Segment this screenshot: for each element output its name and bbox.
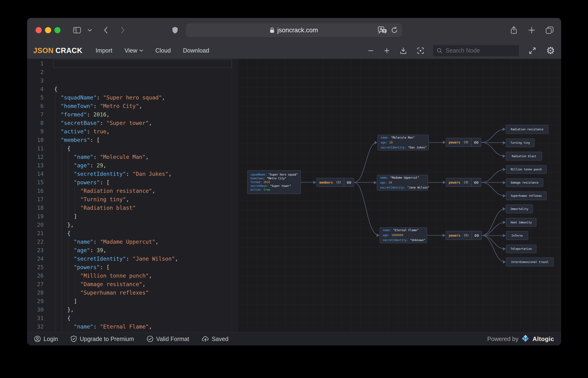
- search-icon: [437, 48, 443, 54]
- code-line[interactable]: "powers": [: [54, 178, 232, 187]
- code-line[interactable]: "secretBase": "Super tower",: [54, 119, 232, 127]
- code-line[interactable]: "members": [: [54, 136, 232, 144]
- svg-text:文: 文: [383, 30, 386, 33]
- json-editor[interactable]: 1234567891011121314151617181920212223242…: [27, 59, 232, 332]
- menu-cloud[interactable]: Cloud: [155, 47, 170, 54]
- shield-check-icon: [71, 336, 77, 342]
- code-line[interactable]: {: [54, 85, 232, 93]
- graph-node-leaf7[interactable]: Immortality: [506, 204, 533, 213]
- chevron-down-icon[interactable]: [86, 18, 93, 42]
- graph-node-leaf9[interactable]: Inferno: [506, 231, 528, 240]
- code-line[interactable]: "name": "Eternal Flame",: [54, 322, 232, 331]
- minimize-window-button[interactable]: [45, 27, 51, 33]
- gear-icon[interactable]: ⚙: [546, 46, 555, 56]
- back-button[interactable]: [102, 18, 110, 42]
- code-line[interactable]: "name": "Molecule Man",: [54, 153, 232, 161]
- code-line[interactable]: "homeTown": "Metro City",: [54, 102, 232, 110]
- expand-link-icon[interactable]: [344, 178, 354, 187]
- code-line[interactable]: "Radiation blast": [54, 204, 232, 212]
- search-node-box[interactable]: [433, 45, 519, 56]
- graph-node-powers2[interactable]: powers(3): [446, 178, 481, 187]
- graph-node-leaf2[interactable]: Turning tiny: [506, 139, 535, 147]
- code-line[interactable]: "secretIdentity": "Dan Jukes",: [54, 170, 232, 178]
- code-line[interactable]: {: [54, 144, 232, 153]
- code-line[interactable]: "Superhuman reflexes": [54, 288, 232, 297]
- code-line[interactable]: "squadName": "Super hero squad",: [54, 93, 232, 102]
- line-number: 31: [27, 314, 44, 322]
- code-line[interactable]: ]: [54, 297, 232, 305]
- code-line[interactable]: "Turning tiny",: [54, 195, 232, 204]
- graph-node-leaf5[interactable]: Damage resistance: [506, 178, 543, 187]
- array-node-count: (3): [464, 181, 469, 184]
- code-line[interactable]: "age": 29,: [54, 161, 232, 170]
- graph-node-eternal[interactable]: name: "Eternal Flame"age: 1000000secretI…: [380, 227, 427, 243]
- new-tab-icon[interactable]: [527, 18, 536, 42]
- line-number: 2: [27, 68, 44, 76]
- code-line[interactable]: },: [54, 305, 232, 314]
- leaf-node-label: Heat Immunity: [510, 221, 532, 224]
- editor-code[interactable]: { "squadName": "Super hero squad", "home…: [44, 59, 232, 332]
- reload-icon[interactable]: [391, 27, 398, 34]
- code-line[interactable]: "Damage resistance",: [54, 280, 232, 288]
- center-view-button[interactable]: [417, 47, 424, 54]
- code-line[interactable]: {: [54, 314, 232, 322]
- code-line[interactable]: "name": "Madame Uppercut",: [54, 238, 232, 246]
- graph-node-molecule[interactable]: name: "Molecule Man"age: 29secretIdentit…: [378, 135, 429, 150]
- expand-link-icon[interactable]: [472, 231, 482, 240]
- close-window-button[interactable]: [36, 27, 42, 33]
- code-line[interactable]: "Million tonne punch",: [54, 271, 232, 280]
- tabs-overview-icon[interactable]: [544, 18, 555, 42]
- url-bar[interactable]: jsoncrack.com A 文: [186, 24, 402, 37]
- zoom-out-button[interactable]: [368, 48, 374, 54]
- code-line[interactable]: "active": true,: [54, 127, 232, 136]
- graph-node-leaf10[interactable]: Teleportation: [506, 245, 536, 253]
- code-line[interactable]: "age": 39,: [54, 246, 232, 255]
- search-node-input[interactable]: [445, 47, 516, 54]
- code-line[interactable]: "Radiation resistance",: [54, 187, 232, 195]
- node-row: secretBase: "Super tower": [250, 184, 298, 188]
- fullscreen-icon[interactable]: [529, 47, 536, 54]
- menu-import[interactable]: Import: [96, 47, 112, 54]
- graph-node-powers1[interactable]: powers(3): [446, 138, 481, 147]
- line-number: 25: [27, 263, 44, 271]
- privacy-shield-icon[interactable]: [170, 18, 180, 42]
- download-image-button[interactable]: [400, 47, 407, 54]
- graph-node-leaf1[interactable]: Radiation resistance: [506, 125, 549, 134]
- node-row: name: "Madame Uppercut": [380, 175, 425, 180]
- expand-link-icon[interactable]: [471, 138, 481, 147]
- graph-canvas[interactable]: squadName: "Super hero squad"homeTown: "…: [238, 59, 561, 332]
- zoom-in-button[interactable]: [384, 48, 390, 54]
- line-number: 28: [27, 288, 44, 297]
- menu-download[interactable]: Download: [183, 47, 209, 54]
- saved-status[interactable]: Saved: [202, 336, 229, 342]
- graph-node-root[interactable]: squadName: "Super hero squad"homeTown: "…: [247, 170, 301, 194]
- graph-node-leaf3[interactable]: Radiation blast: [506, 152, 542, 161]
- graph-node-powers3[interactable]: powers(5): [446, 231, 482, 240]
- zoom-window-button[interactable]: [54, 27, 61, 33]
- expand-link-icon[interactable]: [471, 178, 481, 187]
- graph-node-leaf4[interactable]: Million tonne punch: [506, 165, 547, 174]
- editor-scrollbar[interactable]: [232, 59, 238, 332]
- code-line[interactable]: "secretIdentity": "Jane Wilson",: [54, 255, 232, 263]
- valid-format-status[interactable]: Valid Format: [147, 336, 189, 342]
- code-line[interactable]: "formed": 2016,: [54, 110, 232, 119]
- upgrade-premium-button[interactable]: Upgrade to Premium: [71, 336, 134, 342]
- code-line[interactable]: {: [54, 229, 232, 238]
- graph-node-leaf6[interactable]: Superhuman reflexes: [506, 192, 547, 200]
- code-line[interactable]: ]: [54, 212, 232, 221]
- graph-node-members[interactable]: members(3): [316, 178, 354, 187]
- code-line[interactable]: },: [54, 221, 232, 229]
- sidebar-toggle-icon[interactable]: [72, 18, 82, 42]
- forward-button[interactable]: [118, 18, 127, 42]
- graph-node-leaf8[interactable]: Heat Immunity: [506, 218, 536, 227]
- code-line[interactable]: "powers": [: [54, 263, 232, 271]
- code-line[interactable]: "age": 1000000,: [54, 331, 232, 332]
- jsoncrack-logo[interactable]: JSONCRACK: [33, 46, 82, 55]
- translate-icon[interactable]: A 文: [378, 27, 387, 34]
- leaf-node-label: Superhuman reflexes: [511, 194, 542, 198]
- graph-node-leaf11[interactable]: Interdimensional travel: [506, 257, 554, 266]
- login-button[interactable]: Login: [34, 336, 58, 342]
- menu-view[interactable]: View: [125, 47, 143, 54]
- graph-node-madame[interactable]: name: "Madame Uppercut"age: 39secretIden…: [377, 175, 428, 190]
- share-icon[interactable]: [509, 18, 519, 42]
